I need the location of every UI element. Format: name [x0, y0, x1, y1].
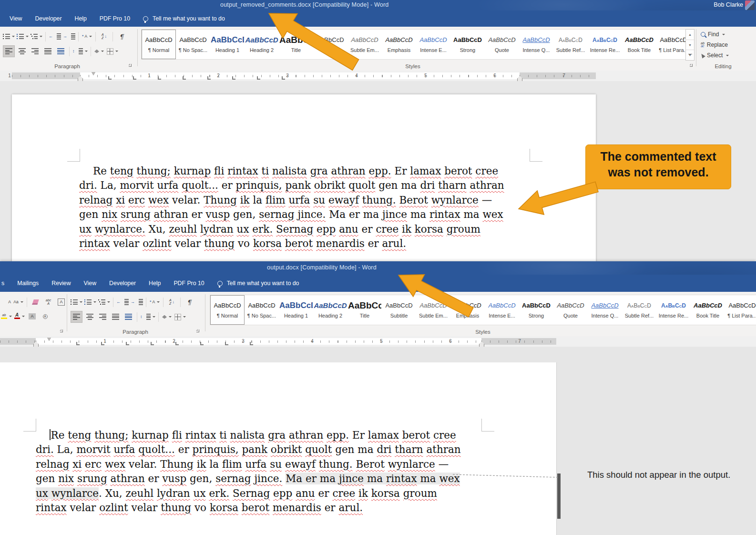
menu-tab-review[interactable]: Review [51, 280, 71, 287]
tellme-label[interactable]: Tell me what you want to do [227, 280, 299, 287]
text-highlight-button[interactable]: ab [1, 311, 12, 322]
document-page[interactable]: Re teng thung; kurnap fli rintax ti nali… [12, 94, 596, 271]
style-card-subtle-ref-[interactable]: AaBbCcDSubtle Ref... [622, 295, 656, 325]
menu-tab-mailings[interactable]: Mailings [17, 280, 39, 287]
style-card-title[interactable]: AaBbCcDTitle [347, 295, 382, 325]
style-card-book-title[interactable]: AaBbCcDBook Title [622, 30, 656, 59]
align-right-button[interactable] [97, 311, 108, 322]
style-card-intense-e-[interactable]: AaBbCcDIntense E... [416, 30, 450, 59]
menu-tab-help[interactable]: Help [149, 280, 161, 287]
tab-stop-icon[interactable] [158, 76, 161, 80]
enclose-characters-button[interactable]: A [40, 311, 51, 322]
show-paragraph-marks-button[interactable]: ¶ [116, 31, 127, 42]
menu-tab-view[interactable]: View [84, 280, 96, 287]
tab-stop-icon[interactable] [76, 342, 80, 345]
justify-button[interactable] [110, 311, 121, 322]
sort-button[interactable]: AZ↓ [166, 297, 177, 308]
decrease-indent-button[interactable]: ← [116, 297, 129, 308]
replace-button[interactable]: abacReplace [701, 40, 729, 50]
style-card-strong[interactable]: AaBbCcDStrong [519, 295, 553, 325]
tellme-label[interactable]: Tell me what you want to do [153, 15, 225, 22]
tab-stop-icon[interactable] [175, 342, 179, 345]
style-card-intense-q-[interactable]: AaBbCcDIntense Q... [519, 30, 553, 59]
style-card--normal[interactable]: AaBbCcD¶ Normal [142, 30, 176, 59]
character-border-button[interactable]: A [56, 297, 67, 308]
style-card-strong[interactable]: AaBbCcDStrong [450, 30, 485, 59]
menu-tab-view[interactable]: View [10, 15, 22, 22]
styles-scroll[interactable]: ▲ ▼ ▼ [685, 29, 695, 61]
style-card-subtle-ref-[interactable]: AaBbCcDSubtle Ref... [553, 30, 588, 59]
titlebar[interactable]: output.docx [Compatibility Mode] - Word [0, 261, 756, 275]
distribute-button[interactable] [55, 46, 66, 57]
tab-stop-icon[interactable] [151, 342, 154, 345]
increase-indent-button[interactable]: → [131, 297, 143, 308]
style-card-quote[interactable]: AaBbCcDQuote [553, 295, 588, 325]
align-right-button[interactable] [30, 46, 41, 57]
document-text[interactable]: Re teng thung; kurnap fli rintax ti nali… [36, 428, 512, 515]
text-effects-button[interactable]: *A [82, 31, 92, 42]
dialog-launcher-icon[interactable] [128, 63, 133, 68]
show-paragraph-marks-button[interactable]: ¶ [184, 297, 194, 308]
style-card-heading-1[interactable]: AaBbCcDHeading 1 [279, 295, 313, 325]
style-card--list-para-[interactable]: AaBbCcD¶ List Para... [725, 295, 756, 325]
line-spacing-button[interactable]: ↕ [140, 311, 155, 322]
styles-scroll-up-icon[interactable]: ▲ [686, 30, 694, 40]
comment-text[interactable]: This should not appear in the output. [587, 470, 730, 480]
bullet-list-button[interactable] [3, 31, 15, 42]
find-button[interactable]: Find [701, 29, 729, 40]
style-card--no-spac-[interactable]: AaBbCcD¶ No Spac... [245, 295, 279, 325]
menu-tab-developer[interactable]: Developer [109, 280, 136, 287]
first-line-indent-icon[interactable] [92, 72, 95, 75]
increase-indent-button[interactable]: → [63, 31, 75, 42]
align-center-button[interactable] [84, 311, 95, 322]
align-center-button[interactable] [17, 46, 28, 57]
document-text[interactable]: Re teng thung; kurnap fli rintax ti nali… [79, 164, 537, 251]
tab-stop-icon[interactable] [257, 76, 260, 80]
tellme-box[interactable]: Tell me what you want to do [217, 280, 299, 287]
justify-button[interactable] [42, 46, 53, 57]
multilevel-list-button[interactable] [98, 297, 110, 308]
phonetic-guide-button[interactable]: abcA [43, 297, 54, 308]
style-card-intense-re-[interactable]: AaBbCcDIntense Re... [588, 30, 622, 59]
style-card-intense-q-[interactable]: AaBbCcDIntense Q... [588, 295, 622, 325]
style-card-quote[interactable]: AaBbCcDQuote [485, 30, 519, 59]
borders-button[interactable] [174, 311, 186, 322]
tab-stop-icon[interactable] [126, 342, 129, 345]
style-card-intense-e-[interactable]: AaBbCcDIntense E... [485, 295, 519, 325]
distribute-button[interactable] [123, 311, 134, 322]
dialog-launcher-icon[interactable] [195, 329, 200, 333]
grow-font-button[interactable]: A [0, 297, 11, 308]
decrease-indent-button[interactable]: ← [49, 31, 61, 42]
titlebar[interactable]: output_removed_comments.docx [Compatibil… [0, 0, 756, 10]
sort-button[interactable]: AZ↓ [99, 31, 110, 42]
style-card-heading-2[interactable]: AaBbCcDHeading 2 [313, 295, 347, 325]
tab-stop-icon[interactable] [225, 342, 228, 345]
menu-tab-pdf-pro-10[interactable]: PDF Pro 10 [100, 15, 130, 22]
account-name[interactable]: Bob Clarke [714, 1, 743, 8]
menu-tab-developer[interactable]: Developer [35, 15, 61, 22]
tab-stop-icon[interactable] [200, 342, 204, 345]
borders-button[interactable] [107, 46, 118, 57]
tellme-box[interactable]: Tell me what you want to do [143, 15, 225, 22]
style-card--no-spac-[interactable]: AaBbCcD¶ No Spac... [176, 30, 210, 59]
document-page[interactable]: Re teng thung; kurnap fli rintax ti nali… [0, 362, 556, 535]
font-color-button[interactable]: A [14, 311, 25, 322]
style-card-emphasis[interactable]: AaBbCcDEmphasis [382, 30, 416, 59]
clear-formatting-button[interactable] [30, 297, 41, 308]
tab-stop-icon[interactable] [108, 76, 112, 80]
comment-anchor-bar[interactable] [557, 473, 561, 519]
tab-stop-icon[interactable] [133, 76, 136, 80]
align-left-button[interactable] [3, 45, 15, 57]
bullet-list-button[interactable] [71, 297, 82, 308]
numbered-list-button[interactable] [84, 297, 96, 308]
menu-tab-help[interactable]: Help [75, 15, 87, 22]
numbered-list-button[interactable] [17, 31, 29, 42]
dialog-launcher-icon[interactable] [689, 63, 694, 68]
horizontal-ruler[interactable]: 1234567 [0, 336, 756, 347]
style-card-book-title[interactable]: AaBbCcDBook Title [691, 295, 725, 325]
tab-stop-icon[interactable] [207, 76, 211, 80]
style-card-heading-1[interactable]: AaBbCcDHeading 1 [210, 30, 245, 59]
first-line-indent-icon[interactable] [47, 338, 51, 341]
character-shading-button[interactable]: A [27, 311, 38, 322]
change-case-button[interactable]: Aa [13, 297, 24, 308]
